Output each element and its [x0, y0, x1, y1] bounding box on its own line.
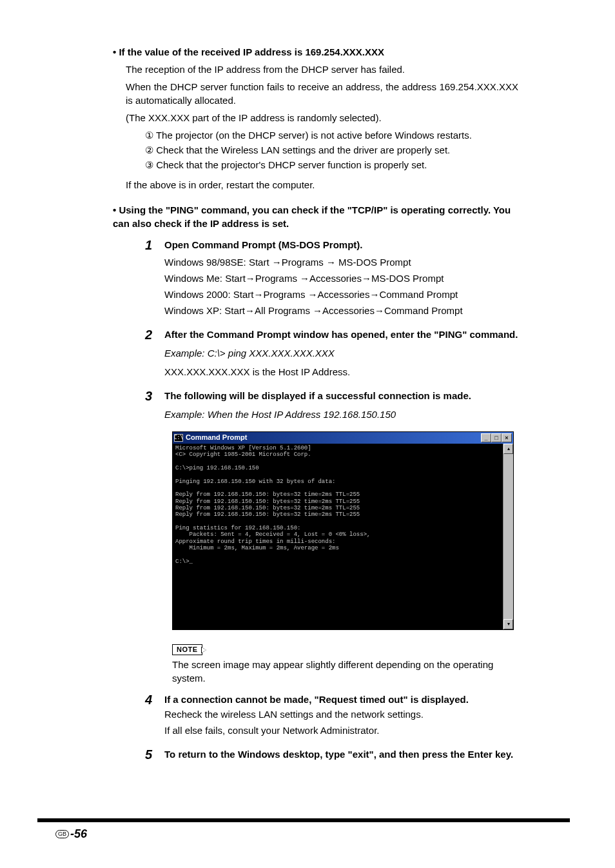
scroll-down-button[interactable]: ▾: [503, 619, 513, 629]
maximize-button[interactable]: □: [491, 433, 502, 442]
para: When the DHCP server function fails to r…: [126, 80, 518, 107]
scrollbar[interactable]: ▴ ▾: [503, 444, 513, 629]
step-number: 5: [145, 747, 157, 765]
step-1: 1 Open Command Prompt (MS-DOS Prompt). W…: [145, 238, 518, 320]
page-number: GB -56: [55, 826, 615, 842]
step-line: Windows XP: Start→All Programs →Accessor…: [164, 304, 518, 317]
para: (The XXX.XXX part of the IP address is r…: [126, 111, 518, 124]
page-content: If the value of the received IP address …: [0, 0, 615, 765]
step-line: Windows 2000: Start→Programs →Accessorie…: [164, 288, 518, 301]
para: If the above is in order, restart the co…: [126, 178, 518, 192]
step-number: 1: [145, 238, 157, 320]
step-number: 3: [145, 389, 157, 424]
step-title: If a connection cannot be made, "Request…: [164, 693, 518, 706]
step-line: Windows Me: Start→Programs →Accessories→…: [164, 271, 518, 285]
para: The reception of the IP address from the…: [126, 63, 518, 76]
check-item: ② Check that the Wireless LAN settings a…: [145, 143, 518, 157]
step-title: To return to the Windows desktop, type "…: [164, 747, 518, 761]
command-prompt-title: Command Prompt: [186, 433, 481, 442]
step-line: XXX.XXX.XXX.XXX is the Host IP Address.: [164, 365, 518, 379]
step-line: Windows 98/98SE: Start →Programs → MS-DO…: [164, 255, 518, 269]
note-text: The screen image may appear slightly dif…: [172, 658, 518, 685]
footer-divider: [37, 818, 570, 822]
scroll-up-button[interactable]: ▴: [503, 444, 513, 454]
step-example: Example: When the Host IP Address 192.16…: [164, 408, 518, 421]
bullet-heading-2: Using the "PING" command, you can check …: [113, 203, 518, 230]
bullet-heading-1: If the value of the received IP address …: [113, 45, 518, 59]
command-prompt-titlebar: C:\ Command Prompt _ □ ×: [173, 432, 513, 444]
step-number: 4: [145, 693, 157, 740]
step-title: The following will be displayed if a suc…: [164, 389, 518, 402]
check-item: ③ Check that the projector's DHCP server…: [145, 158, 518, 172]
note-block: NOTE The screen image may appear slightl…: [172, 642, 518, 685]
page-number-value: -56: [70, 826, 87, 842]
close-button[interactable]: ×: [502, 433, 512, 442]
footer-gb-badge: GB: [55, 830, 69, 838]
step-line: If all else fails, consult your Network …: [164, 724, 518, 737]
step-title: Open Command Prompt (MS-DOS Prompt).: [164, 238, 518, 252]
command-prompt-icon: C:\: [174, 434, 183, 442]
step-4: 4 If a connection cannot be made, "Reque…: [145, 693, 518, 740]
step-example: Example: C:\> ping XXX.XXX.XXX.XXX: [164, 346, 518, 360]
page-footer: GB -56: [0, 818, 615, 842]
check-item: ① The projector (on the DHCP server) is …: [145, 128, 518, 142]
note-label: NOTE: [172, 644, 202, 655]
command-prompt-window: C:\ Command Prompt _ □ × Microsoft Windo…: [172, 431, 514, 630]
step-5: 5 To return to the Windows desktop, type…: [145, 747, 518, 765]
step-2: 2 After the Command Prompt window has op…: [145, 328, 518, 381]
step-title: After the Command Prompt window has open…: [164, 328, 518, 341]
command-prompt-output: Microsoft Windows XP [Version 5.1.2600] …: [173, 444, 503, 629]
step-line: Recheck the wireless LAN settings and th…: [164, 707, 518, 721]
step-number: 2: [145, 328, 157, 381]
minimize-button[interactable]: _: [481, 433, 491, 442]
step-3: 3 The following will be displayed if a s…: [145, 389, 518, 424]
